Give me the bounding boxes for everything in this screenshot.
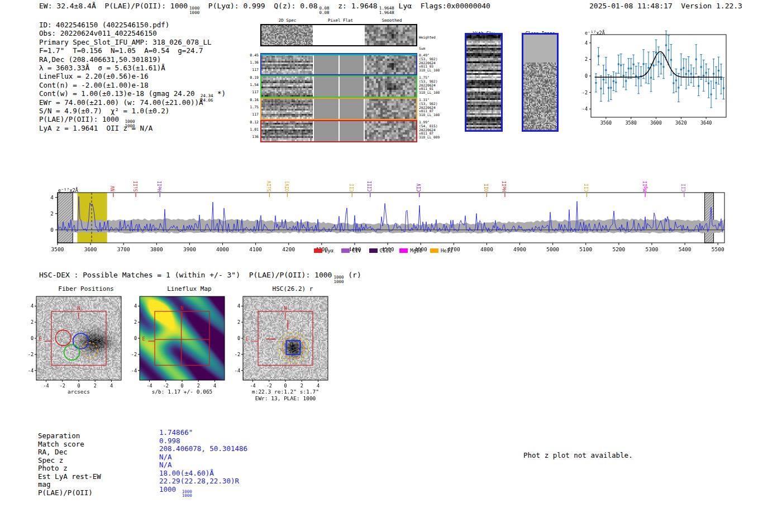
spectrum-legend: LyαCIVCIIIMgIIHeII [314, 248, 453, 253]
legend-swatch [314, 248, 322, 253]
tick-label: 1.36 [244, 59, 259, 66]
table-row-value: 1000 10001000 [159, 486, 192, 498]
tick-label: 0.12 [244, 119, 259, 126]
table-row-value: N/A [159, 461, 172, 469]
table-row-value: 0.998 [159, 437, 180, 445]
emission-line-label: HeII [158, 181, 163, 191]
legend-label: MgII [410, 248, 422, 253]
stacked-fraction: 0.080.08 [320, 6, 330, 15]
info-line: S/N = 4.9(±0.7) χ² = 1.0(±0.2) [39, 107, 226, 115]
hsc-match-header: HSC-DEX : Possible Matches = 1 (within +… [39, 271, 361, 284]
emission-line-label: OII [484, 184, 489, 191]
fiber-positions-panel [20, 292, 131, 399]
table-row: RA, Dec208.406078, 50.301486 [38, 448, 401, 457]
emission-line-marker: HeII [156, 167, 163, 191]
emission-line-label: MgII [643, 181, 648, 191]
info-line: Cont(n) = -2.00(±1.00)e-18 [39, 81, 226, 89]
elixer-detection-report: EW: 32.4±8.4Å P(LAE)/P(OII): 10001000100… [0, 0, 782, 532]
text-segment: 1.74866" [159, 428, 193, 437]
table-row-label: RA, Dec [38, 448, 68, 456]
emission-line-label: SiII [133, 181, 139, 191]
tick-label: 136 [244, 133, 259, 141]
text-segment: F=1.7" T=0.156 N=1.05 A=0.54 g=24.7 [39, 46, 203, 55]
stacked-fraction: 10001000 [182, 490, 192, 498]
info-line: ID: 4022546150 (4022546150.pdf) [39, 21, 226, 29]
table-row-value: 208.406078, 50.301486 [159, 445, 247, 453]
spectrum-unit-label: e⁻¹⁷x2Å [58, 188, 78, 193]
annotation-line: 318_LL_108 [419, 91, 440, 95]
legend-item: CIII [369, 248, 392, 253]
emission-line-label: SiIV [267, 181, 272, 191]
fiber-xlabel: arcsecs [36, 389, 121, 395]
emission-line-label: OIV] [285, 181, 290, 191]
stacked-fraction: 10001000 [189, 6, 199, 15]
fraction-bottom: 1.9648 [379, 11, 394, 15]
2d-row-annotation: 1.99"(54, 815)20220624v011_07318_LL_089 [419, 121, 440, 140]
info-line: λ = 3603.33Å σ = 5.63(±1.61)Å [39, 64, 226, 72]
2d-row-annotation: 0.49"(53, 982)20220624v011_03318_LL_108 [419, 54, 440, 73]
2d-spec-row-canvas [260, 53, 417, 75]
info-line: Primary Spec_Slot_IFU_AMP: 318_026_078_L… [39, 38, 226, 46]
emission-line-label: CII [584, 184, 589, 191]
tick-label: 1.01 [244, 126, 259, 133]
info-line: Cont(w) = 1.00(±0.13)e-18 (gmag 24.20 24… [39, 89, 226, 98]
fraction-bottom: 1000 [333, 280, 344, 284]
table-row-value: N/A [159, 453, 172, 462]
text-segment: Cont(n) = -2.00(±1.00)e-18 [39, 81, 149, 89]
table-row: mag22.29(22.28,22.30)R [38, 481, 401, 489]
weighted-sum-label-line2: Sum [419, 47, 436, 51]
legend-swatch [399, 248, 408, 253]
info-line: RA,Dec (208.406631,50.301819) [39, 55, 226, 64]
text-segment: RA,Dec (208.406631,50.301819) [39, 55, 161, 64]
text-segment: z: 1.9648 [330, 2, 378, 10]
table-row-label: Separation [38, 432, 80, 440]
emission-line-label: CIV [417, 184, 422, 191]
text-segment: 1000 [159, 485, 180, 493]
text-segment: LyA z = 1.9641 OII z = N/A [39, 124, 152, 132]
2d-row-left-ticks: 0.451.36117 [244, 52, 259, 74]
table-row: Photo zN/A [38, 464, 401, 473]
legend-swatch [430, 248, 438, 253]
text-segment: Obs: 20220624v011_4022546150 [39, 29, 157, 37]
tick-label: 1.75 [244, 104, 259, 111]
legend-label: HeII [441, 248, 453, 253]
photz-note: Phot z plot not available. [523, 451, 633, 459]
legend-item: CIV [341, 248, 361, 253]
info-line: P(LAE)/P(OII): 1000 10001000 [39, 115, 226, 123]
clean-image [522, 33, 559, 132]
text-segment: P(LAE)/P(OII): 1000 [39, 115, 123, 123]
text-segment: (r) [344, 271, 361, 279]
header-summary-line: EW: 32.4±8.4Å P(LAE)/P(OII): 10001000100… [39, 2, 490, 15]
tick-label: 1.54 [244, 82, 259, 89]
table-row-label: Spec z [38, 456, 63, 464]
table-row-value: 18.00(±4.60)Å [159, 469, 214, 478]
tick-label: 117 [244, 89, 259, 96]
emission-line-marker: CIII [367, 167, 374, 191]
emission-line-marker: NV [110, 167, 117, 191]
info-line: Obs: 20220624v011_4022546150 [39, 29, 226, 37]
2d-spec-row-canvas [260, 98, 417, 120]
text-segment: P(Lyα): 0.999 Q(z): 0.08 [199, 2, 317, 10]
legend-swatch [369, 248, 378, 253]
inset-unit-label: e⁻¹⁷x2Å [585, 30, 605, 36]
hsc-xlabel2: EWr: 13, PLAE: 1000 [235, 395, 336, 401]
table-row-value: 22.29(22.28,22.30)R [159, 477, 239, 486]
lineflux-xlabel: s/b: 1.17 +/- 0.065 [140, 389, 225, 395]
lineflux-map-panel [123, 292, 235, 399]
fraction-bottom: 1000 [182, 493, 192, 498]
2d-row-left-ticks: 0.191.54117 [244, 74, 259, 97]
emission-line-marker: OIV] [284, 167, 290, 191]
text-segment: S/N = 4.9(±0.7) χ² = 1.0(±0.2) [39, 107, 169, 115]
weighted-sum-2d-strip [260, 24, 417, 46]
detection-info-block: ID: 4022546150 (4022546150.pdf)Obs: 2022… [39, 21, 226, 132]
text-segment: ID: 4022546150 (4022546150.pdf) [39, 21, 169, 29]
emission-line-label: HeII [502, 181, 507, 191]
stacked-fraction: 10001000 [333, 275, 344, 284]
table-row: P(LAE)/P(OII)1000 10001000 [38, 489, 401, 497]
header-timestamp: 2025-01-08 11:48:17 Version 1.22.3 [589, 2, 742, 10]
emission-line-marker: CII [349, 167, 355, 191]
stacked-fraction: 1.96481.9648 [379, 6, 394, 15]
col-title-2d-spec: 2D Spec [260, 18, 314, 23]
col-title-smoothed: Smoothed [366, 18, 417, 23]
legend-swatch [341, 248, 350, 253]
